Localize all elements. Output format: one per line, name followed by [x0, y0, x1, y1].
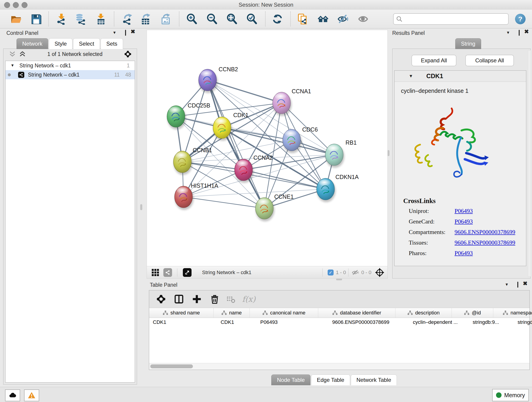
network-share-view-button[interactable]	[163, 268, 172, 277]
new-network-from-selection-button[interactable]	[297, 13, 309, 25]
node-ccnb2[interactable]	[199, 69, 218, 93]
cell-name[interactable]: CDK1	[217, 318, 257, 327]
crosslink-link[interactable]: P06493	[455, 250, 473, 256]
node-cdc25b[interactable]	[167, 106, 186, 129]
tab-select[interactable]: Select	[73, 38, 100, 49]
crosslink-link[interactable]: 9606.ENSP00000378699	[455, 229, 515, 235]
node-cdc6[interactable]	[283, 129, 302, 153]
edge-cdc25b-cdc6[interactable]	[176, 116, 292, 140]
network-row[interactable]: String Network – cdk1 11 48	[6, 70, 135, 79]
network-collection-row[interactable]: ▼ String Network – cdk1 1	[6, 61, 135, 70]
column-header-namespace[interactable]: namespace	[493, 308, 532, 318]
export-table-button[interactable]	[140, 13, 151, 25]
zoom-in-button[interactable]	[186, 13, 197, 25]
table-horizontal-scrollbar[interactable]	[149, 363, 530, 370]
column-header-name[interactable]: name	[214, 308, 250, 318]
crosslink-link[interactable]: 9606.ENSP00000378699	[455, 239, 515, 246]
vertical-splitter-handle[interactable]	[140, 204, 142, 210]
column-header-database-identifier[interactable]: database identifier	[318, 308, 395, 318]
tab-network[interactable]: Network	[17, 38, 48, 49]
expand-all-chevrons-icon[interactable]	[9, 51, 16, 57]
function-builder-fx-icon[interactable]: f(x)	[242, 294, 255, 304]
open-session-button[interactable]	[10, 13, 22, 25]
scrollbar-thumb[interactable]	[150, 364, 193, 368]
node-cdk1[interactable]	[213, 117, 232, 141]
column-header-shared-name[interactable]: shared name	[149, 308, 214, 318]
search-input[interactable]	[403, 14, 508, 24]
selected-nodes-checkbox[interactable]: ✓	[328, 269, 334, 275]
cell-namespace[interactable]: stringdb	[514, 318, 532, 327]
cell-description[interactable]: cyclin–dependent ...	[409, 318, 469, 327]
help-button[interactable]: ?	[515, 14, 526, 24]
show-columns-icon[interactable]	[174, 294, 184, 304]
hidden-eye-slash-icon[interactable]	[352, 269, 359, 276]
edge-ccnb2-ccne1[interactable]	[208, 80, 264, 208]
tab-node-table[interactable]: Node Table	[271, 375, 310, 385]
panel-close-icon[interactable]: ✖	[131, 29, 135, 34]
detach-view-button[interactable]	[183, 268, 191, 277]
tab-sets[interactable]: Sets	[101, 38, 123, 49]
birdseye-navigator-icon[interactable]	[375, 268, 384, 277]
tab-style[interactable]: Style	[49, 38, 72, 49]
tab-edge-table[interactable]: Edge Table	[311, 375, 350, 385]
collapse-all-button[interactable]: Collapse All	[465, 55, 514, 66]
node-ccna2[interactable]	[234, 159, 254, 183]
first-neighbors-button[interactable]	[317, 13, 329, 25]
zoom-selected-button[interactable]	[246, 13, 258, 25]
node-ccne1[interactable]	[255, 198, 274, 221]
delete-table-icon[interactable]	[227, 294, 235, 304]
cell-database-identifier[interactable]: 9606.ENSP00000378699	[329, 318, 409, 327]
panel-menu-icon[interactable]: ▼	[506, 30, 510, 35]
export-image-button[interactable]	[160, 13, 171, 25]
edge-ccne1-hist1h1a[interactable]	[184, 197, 264, 208]
column-header-description[interactable]: description	[395, 308, 452, 318]
network-view-canvas[interactable]: CCNB2CCNA1CDC25BCDK1CDC6RB1CCNB1CCNA2CDK…	[147, 30, 388, 266]
node-cdkn1a[interactable]	[317, 178, 336, 202]
node-ccna1[interactable]	[273, 92, 292, 116]
gear-icon[interactable]	[156, 294, 166, 304]
import-network-file-button[interactable]	[56, 13, 67, 25]
tab-network-table[interactable]: Network Table	[351, 375, 397, 385]
section-collapse-icon[interactable]: ▼	[409, 74, 413, 79]
panel-float-icon[interactable]	[519, 30, 520, 35]
panel-menu-icon[interactable]: ▼	[113, 30, 116, 35]
panel-close-icon[interactable]: ✖	[523, 281, 527, 286]
panel-float-icon[interactable]	[517, 282, 518, 287]
zoom-fit-button[interactable]	[226, 13, 238, 25]
results-scrollbar[interactable]	[528, 50, 531, 277]
save-session-button[interactable]	[31, 13, 42, 25]
panel-close-icon[interactable]: ✖	[524, 29, 529, 34]
apply-layout-button[interactable]	[272, 13, 283, 25]
panel-float-icon[interactable]	[125, 30, 126, 35]
panel-menu-icon[interactable]: ▼	[505, 282, 509, 287]
zoom-out-button[interactable]	[206, 13, 218, 25]
node-rb1[interactable]	[325, 144, 344, 168]
delete-column-icon[interactable]	[210, 294, 220, 304]
warnings-button[interactable]	[24, 389, 39, 401]
protein-section-header[interactable]: ▼ CDK1	[394, 70, 526, 82]
edge-ccnb2-rb1[interactable]	[208, 80, 334, 155]
import-network-database-button[interactable]	[75, 13, 86, 25]
vertical-splitter-handle[interactable]	[387, 150, 389, 156]
collection-expand-icon[interactable]: ▼	[11, 63, 14, 68]
crosslink-link[interactable]: P06493	[455, 218, 473, 225]
add-column-icon[interactable]	[192, 294, 202, 304]
edge-ccna2-cdkn1a[interactable]	[244, 170, 326, 189]
edge-ccnb2-ccna1[interactable]	[208, 80, 282, 103]
cloud-status-button[interactable]	[5, 389, 20, 401]
column-header-@id[interactable]: @id	[452, 308, 493, 318]
hide-selected-button[interactable]	[337, 13, 349, 25]
tab-string[interactable]: String	[455, 38, 481, 49]
expand-all-button[interactable]: Expand All	[412, 55, 456, 66]
column-header-canonical-name[interactable]: canonical name	[250, 308, 318, 318]
grid-view-icon[interactable]	[152, 269, 159, 276]
cell-canonical-name[interactable]: P06493	[257, 318, 329, 327]
crosslink-link[interactable]: P06493	[455, 208, 473, 214]
memory-button[interactable]: Memory	[492, 389, 529, 401]
cell-shared-name[interactable]: CDK1	[149, 318, 217, 327]
export-network-button[interactable]	[121, 13, 133, 25]
table-row[interactable]: CDK1CDK1P064939606.ENSP00000378699cyclin…	[149, 318, 530, 327]
network-graph[interactable]: CCNB2CCNA1CDC25BCDK1CDC6RB1CCNB1CCNA2CDK…	[147, 30, 387, 266]
show-all-button[interactable]	[358, 13, 369, 25]
cell-@id[interactable]: stringdb:9...	[469, 318, 514, 327]
